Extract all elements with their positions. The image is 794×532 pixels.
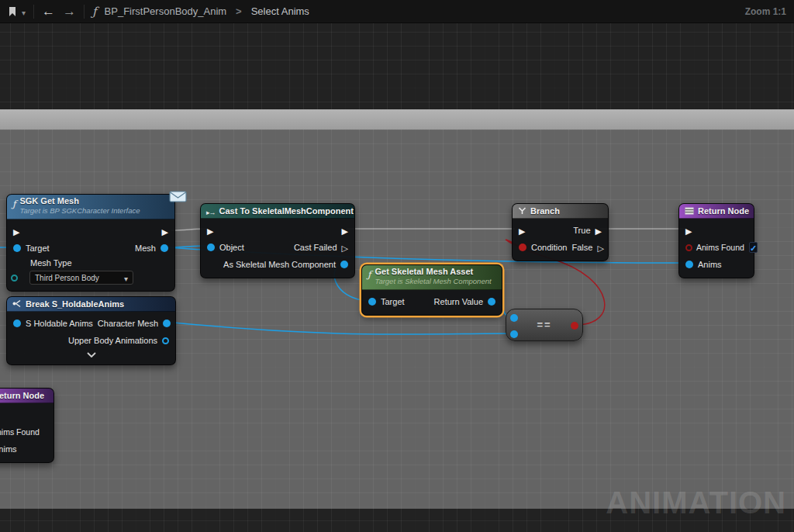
- pin-label: Object: [219, 243, 244, 252]
- false-exec-pin[interactable]: [597, 240, 603, 254]
- envelope-icon: [169, 189, 188, 206]
- breadcrumb-root[interactable]: BP_FirstPersonBody_Anim: [105, 5, 227, 17]
- pin-label: Anims Found: [0, 427, 40, 437]
- pin-label: True: [573, 226, 590, 235]
- graph-toolbar: BP_FirstPersonBody_Anim > Select Anims Z…: [0, 0, 794, 23]
- pin-label: Anims: [0, 444, 17, 454]
- pin-label: Target: [26, 244, 50, 253]
- node-subtitle: Target is BP SGKCharacter Interface: [19, 206, 140, 215]
- branch-icon: [518, 204, 526, 218]
- node-header: Branch: [513, 204, 608, 219]
- function-icon: [92, 5, 97, 19]
- exec-out-pin[interactable]: [342, 223, 348, 237]
- checkmark-icon: [750, 240, 757, 254]
- node-sgk-get-mesh[interactable]: SGK Get Mesh Target is BP SGKCharacter I…: [6, 194, 175, 292]
- pin-label: Upper Body Animations: [68, 336, 157, 345]
- bookmark-icon[interactable]: [8, 6, 17, 17]
- toolbar-divider: [84, 5, 85, 19]
- object-input-pin[interactable]: [207, 244, 215, 251]
- node-expand-chevron[interactable]: [7, 349, 175, 360]
- node-title: Cast To SkeletalMeshComponent: [219, 206, 354, 216]
- mesh-type-label: Mesh Type: [30, 258, 72, 268]
- back-arrow-icon[interactable]: [42, 4, 55, 19]
- exec-in-pin[interactable]: [207, 223, 213, 237]
- pin-label: Target: [381, 297, 405, 306]
- node-title: SGK Get Mesh: [19, 196, 140, 206]
- node-header: SGK Get Mesh Target is BP SGKCharacter I…: [7, 195, 174, 219]
- pin-label: Anims Found: [696, 243, 744, 252]
- pin-label: Return Value: [434, 297, 483, 306]
- node-title: Get Skeletal Mesh Asset: [375, 267, 491, 277]
- cast-failed-exec-pin[interactable]: [342, 240, 348, 254]
- function-icon: [12, 196, 16, 210]
- node-cast-to-skeletalmeshcomponent[interactable]: Cast To SkeletalMeshComponent Object Cas…: [200, 203, 355, 278]
- equals-input-a-pin[interactable]: [510, 314, 518, 322]
- anims-input-pin[interactable]: [685, 261, 693, 268]
- target-input-pin[interactable]: [368, 298, 376, 306]
- anims-found-checkbox[interactable]: [749, 242, 758, 253]
- as-skeletal-mesh-output-pin[interactable]: [340, 261, 348, 268]
- node-subtitle: Target is Skeletal Mesh Component: [375, 277, 491, 285]
- node-title: Return Node: [0, 391, 44, 401]
- upper-body-animations-output-pin[interactable]: [162, 337, 169, 344]
- node-title: Return Node: [698, 206, 749, 216]
- dropdown-chevron-icon: [124, 271, 128, 285]
- bookmark-chevron-down-icon[interactable]: [22, 5, 26, 19]
- zoom-level-label: Zoom 1:1: [745, 6, 786, 17]
- node-title: Branch: [530, 206, 560, 216]
- node-break-s-holdableanims[interactable]: Break S_HoldableAnims S Holdable Anims C…: [6, 296, 176, 365]
- wire-charactermesh-to-equals: [166, 322, 510, 334]
- exec-in-pin[interactable]: [519, 223, 525, 237]
- exec-in-pin[interactable]: [685, 223, 692, 237]
- pin-label: Condition: [531, 243, 567, 252]
- pin-label: Anims: [698, 260, 722, 269]
- return-node-icon: [685, 204, 694, 218]
- node-return-partial[interactable]: Return Node Anims Found Anims: [0, 388, 54, 463]
- blueprint-graph-canvas[interactable]: ANIMATION SGK Get Mesh Target is BP SGKC…: [0, 23, 794, 532]
- node-equals[interactable]: ==: [506, 309, 583, 341]
- mesh-output-pin[interactable]: [161, 244, 168, 252]
- cast-icon: [206, 204, 216, 218]
- node-get-skeletal-mesh-asset[interactable]: Get Skeletal Mesh Asset Target is Skelet…: [361, 264, 502, 316]
- pin-label: As Skeletal Mesh Component: [223, 260, 336, 269]
- pin-label: False: [571, 243, 592, 252]
- break-struct-icon: [12, 297, 22, 311]
- pin-label: Character Mesh: [98, 319, 158, 328]
- node-branch[interactable]: Branch True Condition False: [512, 203, 609, 261]
- pin-label: Mesh: [135, 244, 156, 253]
- breadcrumb-current[interactable]: Select Anims: [251, 5, 309, 17]
- condition-input-pin[interactable]: [519, 244, 526, 251]
- node-title: Break S_HoldableAnims: [26, 299, 124, 309]
- character-mesh-output-pin[interactable]: [163, 320, 171, 327]
- true-exec-pin[interactable]: [596, 223, 602, 237]
- target-input-pin[interactable]: [13, 244, 21, 252]
- node-header: Return Node: [0, 389, 54, 403]
- exec-in-pin[interactable]: [13, 224, 19, 238]
- mesh-type-dropdown[interactable]: Third Person Body: [29, 271, 133, 285]
- pin-label: Cast Failed: [294, 243, 337, 252]
- s-holdable-anims-input-pin[interactable]: [13, 320, 21, 327]
- node-header: Return Node: [679, 204, 754, 219]
- anims-found-input-pin[interactable]: [685, 244, 692, 251]
- breadcrumb-separator: >: [236, 5, 242, 17]
- node-return[interactable]: Return Node Anims Found Anims: [678, 203, 754, 278]
- function-icon: [368, 267, 371, 281]
- node-header: Cast To SkeletalMeshComponent: [201, 204, 354, 219]
- mesh-type-input-pin[interactable]: [11, 275, 18, 282]
- exec-out-pin[interactable]: [162, 224, 168, 238]
- mesh-type-value: Third Person Body: [35, 274, 124, 282]
- node-header: Break S_HoldableAnims: [7, 297, 175, 312]
- equals-output-pin[interactable]: [571, 322, 578, 330]
- equals-input-b-pin[interactable]: [510, 330, 518, 338]
- toolbar-divider: [33, 5, 34, 19]
- pin-label: S Holdable Anims: [26, 319, 93, 328]
- return-value-output-pin[interactable]: [488, 298, 495, 306]
- forward-arrow-icon[interactable]: [63, 4, 76, 19]
- node-header: Get Skeletal Mesh Asset Target is Skelet…: [362, 265, 502, 290]
